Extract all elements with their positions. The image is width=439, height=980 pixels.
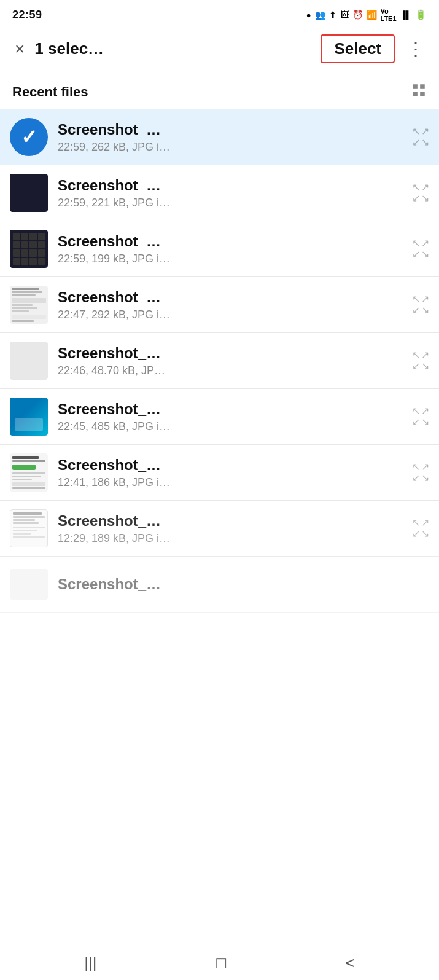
image-icon: 🖼 (340, 10, 349, 20)
bottom-nav: ||| □ < (0, 946, 439, 980)
expand-arrow-tl: ↖ (412, 518, 420, 528)
recent-apps-button[interactable]: ||| (72, 949, 109, 978)
upload-icon: ⬆ (329, 10, 336, 20)
section-title: Recent files (12, 84, 88, 100)
file-thumbnail (10, 509, 48, 547)
file-meta: 22:45, 485 kB, JPG i… (58, 420, 406, 433)
expand-arrow-bl: ↙ (412, 529, 420, 539)
notification-icon: ● (306, 10, 311, 20)
file-item[interactable]: Screenshot_… 22:46, 48.70 kB, JP… ↖ ↗ ↙ … (0, 333, 439, 389)
svg-rect-3 (420, 92, 425, 96)
more-options-button[interactable]: ⋮ (402, 34, 429, 64)
file-meta: 12:41, 186 kB, JPG i… (58, 476, 406, 489)
file-name: Screenshot_… (58, 233, 406, 250)
expand-arrow-br: ↘ (421, 529, 429, 539)
select-button[interactable]: Select (321, 34, 395, 63)
expand-button[interactable]: ↖ ↗ ↙ ↘ (412, 127, 429, 147)
expand-arrow-tl: ↖ (412, 294, 420, 304)
file-item[interactable]: Screenshot_… (0, 557, 439, 613)
volte-icon: VoLTE1 (381, 7, 397, 22)
expand-button[interactable]: ↖ ↗ ↙ ↘ (412, 462, 429, 483)
expand-arrow-br: ↘ (421, 249, 429, 259)
svg-rect-1 (420, 84, 425, 89)
file-info: Screenshot_… 22:45, 485 kB, JPG i… (58, 401, 406, 433)
expand-arrow-tl: ↖ (412, 350, 420, 360)
file-item[interactable]: ✓ Screenshot_… 22:59, 262 kB, JPG i… ↖ ↗… (0, 109, 439, 165)
expand-arrow-tl: ↖ (412, 238, 420, 248)
file-name: Screenshot_… (58, 345, 406, 362)
home-button[interactable]: □ (204, 949, 238, 978)
file-item[interactable]: Screenshot_… 22:59, 221 kB, JPG i… ↖ ↗ ↙… (0, 165, 439, 221)
file-name: Screenshot_… (58, 177, 406, 194)
file-info: Screenshot_… 22:59, 199 kB, JPG i… (58, 233, 406, 265)
expand-arrow-br: ↘ (421, 305, 429, 315)
status-icons: ● 👥 ⬆ 🖼 ⏰ 📶 VoLTE1 ▐▌ 🔋 (306, 7, 427, 22)
expand-arrow-bl: ↙ (412, 194, 420, 203)
file-list: ✓ Screenshot_… 22:59, 262 kB, JPG i… ↖ ↗… (0, 109, 439, 613)
file-meta: 22:59, 199 kB, JPG i… (58, 253, 406, 265)
file-thumbnail (10, 398, 48, 436)
file-item[interactable]: Screenshot_… 12:41, 186 kB, JPG i… ↖ ↗ ↙… (0, 445, 439, 501)
status-bar: 22:59 ● 👥 ⬆ 🖼 ⏰ 📶 VoLTE1 ▐▌ 🔋 (0, 0, 439, 27)
expand-arrow-tr: ↗ (421, 294, 429, 304)
expand-arrow-tr: ↗ (421, 127, 429, 136)
expand-arrow-bl: ↙ (412, 305, 420, 315)
section-header: Recent files (0, 71, 439, 109)
file-thumbnail (10, 565, 48, 603)
expand-arrow-br: ↘ (421, 473, 429, 483)
file-meta: 22:47, 292 kB, JPG i… (58, 308, 406, 321)
file-thumbnail (10, 174, 48, 212)
file-meta: 22:59, 221 kB, JPG i… (58, 197, 406, 210)
file-meta: 12:29, 189 kB, JPG i… (58, 532, 406, 545)
expand-button[interactable]: ↖ ↗ ↙ ↘ (412, 406, 429, 427)
file-meta: 22:46, 48.70 kB, JP… (58, 364, 406, 377)
file-item[interactable]: Screenshot_… 22:59, 199 kB, JPG i… ↖ ↗ ↙… (0, 221, 439, 277)
file-info: Screenshot_… 12:29, 189 kB, JPG i… (58, 512, 406, 545)
wifi-icon: 📶 (367, 10, 377, 20)
expand-arrow-br: ↘ (421, 194, 429, 203)
file-name: Screenshot_… (58, 512, 406, 530)
file-item[interactable]: Screenshot_… 22:45, 485 kB, JPG i… ↖ ↗ ↙… (0, 389, 439, 445)
file-item[interactable]: Screenshot_… 22:47, 292 kB, JPG i… ↖ ↗ ↙… (0, 277, 439, 333)
expand-arrow-tl: ↖ (412, 406, 420, 416)
expand-arrow-tl: ↖ (412, 182, 420, 192)
expand-arrow-tr: ↗ (421, 238, 429, 248)
expand-arrow-tr: ↗ (421, 518, 429, 528)
expand-arrow-br: ↘ (421, 138, 429, 147)
expand-arrow-tr: ↗ (421, 462, 429, 472)
expand-arrow-tr: ↗ (421, 182, 429, 192)
expand-arrow-tl: ↖ (412, 127, 420, 136)
expand-arrow-tl: ↖ (412, 462, 420, 472)
svg-rect-0 (413, 84, 418, 89)
signal-icon: ▐▌ (400, 10, 411, 20)
alarm-icon: ⏰ (352, 10, 363, 20)
file-name: Screenshot_… (58, 457, 406, 474)
file-info: Screenshot_… 22:59, 221 kB, JPG i… (58, 177, 406, 210)
expand-button[interactable]: ↖ ↗ ↙ ↘ (412, 350, 429, 371)
file-info: Screenshot_… 12:41, 186 kB, JPG i… (58, 457, 406, 489)
expand-arrow-bl: ↙ (412, 138, 420, 147)
file-meta: 22:59, 262 kB, JPG i… (58, 141, 406, 154)
expand-button[interactable]: ↖ ↗ ↙ ↘ (412, 518, 429, 539)
file-selected-indicator: ✓ (10, 118, 48, 156)
app-bar: × 1 selec… Select ⋮ (0, 27, 439, 71)
close-button[interactable]: × (10, 34, 29, 64)
grid-view-button[interactable] (411, 82, 427, 102)
file-thumbnail (10, 453, 48, 492)
svg-rect-2 (413, 92, 418, 96)
expand-arrow-bl: ↙ (412, 473, 420, 483)
file-thumbnail (10, 230, 48, 268)
back-button[interactable]: < (333, 949, 367, 978)
file-info: Screenshot_… 22:59, 262 kB, JPG i… (58, 121, 406, 154)
expand-button[interactable]: ↖ ↗ ↙ ↘ (412, 238, 429, 259)
file-item[interactable]: Screenshot_… 12:29, 189 kB, JPG i… ↖ ↗ ↙… (0, 501, 439, 557)
file-name: Screenshot_… (58, 576, 429, 593)
file-thumbnail (10, 286, 48, 324)
expand-button[interactable]: ↖ ↗ ↙ ↘ (412, 182, 429, 203)
status-time: 22:59 (12, 9, 42, 22)
file-info: Screenshot_… 22:46, 48.70 kB, JP… (58, 345, 406, 377)
expand-button[interactable]: ↖ ↗ ↙ ↘ (412, 294, 429, 315)
expand-arrow-bl: ↙ (412, 249, 420, 259)
expand-arrow-br: ↘ (421, 417, 429, 427)
file-info: Screenshot_… 22:47, 292 kB, JPG i… (58, 289, 406, 321)
